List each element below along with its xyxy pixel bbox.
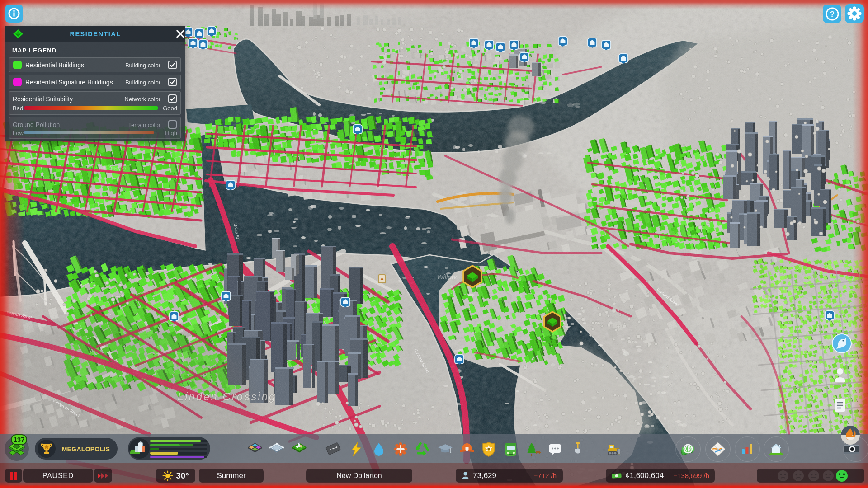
svg-text:?: ? — [830, 10, 834, 19]
svg-text:Willow: Willow — [437, 273, 457, 281]
svg-text:Linden Crossing: Linden Crossing — [178, 390, 276, 403]
